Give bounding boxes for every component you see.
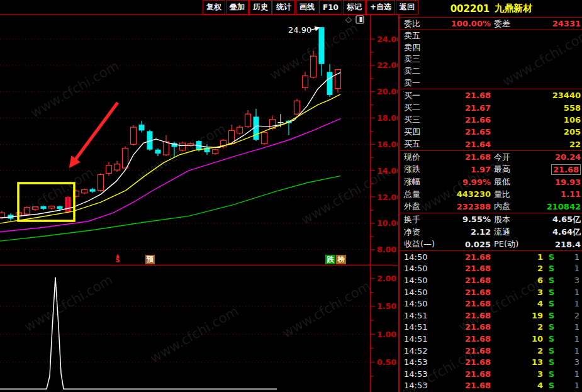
candle-up xyxy=(303,76,308,88)
toolbar-button-zixuan[interactable]: +自选 xyxy=(366,0,395,14)
info-value: 1.11 xyxy=(561,189,581,199)
info-row: 现价21.68今开20.24 xyxy=(400,151,582,164)
buy-label: 买四 xyxy=(404,126,420,138)
candle-up xyxy=(213,150,218,154)
buy-price: 21.65 xyxy=(465,127,491,137)
tick-volume: 19 xyxy=(532,311,543,320)
info-row: 总量443230量比1.11 xyxy=(400,188,582,201)
tick-time: 14:51 xyxy=(404,311,427,320)
info-value: 19.93 xyxy=(555,177,581,187)
candle-up xyxy=(294,101,300,114)
candle-down xyxy=(139,125,145,130)
toolbar-button-fanhui[interactable]: 返回 xyxy=(396,0,418,14)
info-label: 最低 xyxy=(494,176,510,188)
toolbar-button-lishi[interactable]: 历史 xyxy=(249,0,272,14)
info-label: 换手 xyxy=(404,214,420,225)
info-value: 20.24 xyxy=(555,152,581,162)
bang-marker[interactable]: 榜 xyxy=(336,255,346,264)
tick-direction: S xyxy=(549,322,554,332)
info-row: 换手9.55%股本4.65亿 xyxy=(400,213,582,226)
split-window-icon[interactable] xyxy=(355,15,364,24)
weibi-label: 委比 xyxy=(404,18,420,30)
signal-flag-label: S xyxy=(115,257,120,264)
buy-row: 买二21.67558 xyxy=(400,102,582,114)
tick-count: 1 xyxy=(574,322,579,332)
price-axis-label: 10.00 xyxy=(377,218,398,228)
tick-volume: 1 xyxy=(537,252,543,262)
tick-price: 21.68 xyxy=(465,381,491,390)
sub-chart-group xyxy=(0,277,277,389)
toolbar-button-biaoji[interactable]: 标记 xyxy=(343,0,366,14)
candle-down xyxy=(41,206,47,209)
sub-axis-label: 2.00 xyxy=(377,274,396,283)
tick-time: 14:53 xyxy=(404,381,427,390)
tick-time: 14:50 xyxy=(404,264,427,273)
info-value: 210842 xyxy=(547,202,581,211)
tick-row: 14:5121.6819S2 xyxy=(400,310,582,322)
tick-volume: 2 xyxy=(537,322,543,332)
buy-label: 买一 xyxy=(404,90,420,101)
weibi-value: 100.00% xyxy=(451,19,491,28)
toolbar-button-f10[interactable]: F10 xyxy=(319,0,342,14)
toolbar-button-huaxian[interactable]: 画线 xyxy=(296,0,318,14)
weicha-value: 24331 xyxy=(552,19,581,28)
info-value: 4.64亿 xyxy=(552,227,581,238)
die-marker[interactable]: 跌 xyxy=(325,255,335,264)
info-row: 净资2.12流通4.64亿 xyxy=(400,226,582,238)
buy-row: 买三21.66106 xyxy=(400,114,582,126)
tick-count: 1 xyxy=(574,252,579,262)
tick-price: 21.68 xyxy=(465,299,491,308)
sell-label: 卖二 xyxy=(404,65,420,77)
tick-count: 1 xyxy=(574,334,579,344)
tick-volume: 2 xyxy=(537,346,543,356)
info-label: 涨跌 xyxy=(404,164,420,175)
info-row: 涨幅9.99%最低19.93 xyxy=(400,176,582,188)
tick-volume: 4 xyxy=(537,299,543,308)
main-chart-svg[interactable]: 24.90 24.0022.0020.0018.0016.0014.0012.0… xyxy=(0,0,398,392)
info-label: 外盘 xyxy=(404,201,420,212)
tick-price: 21.68 xyxy=(465,334,491,344)
tick-direction: S xyxy=(549,311,554,320)
price-axis-label: 22.00 xyxy=(377,60,398,70)
tick-volume: 6 xyxy=(537,276,543,285)
info-label: 今开 xyxy=(494,152,510,163)
tick-direction: S xyxy=(549,299,554,308)
signal-flag-marker[interactable]: ▲ S xyxy=(113,253,122,263)
buy-price: 21.64 xyxy=(465,140,491,149)
tick-count: 1 xyxy=(574,369,579,379)
price-axis-label: 20.00 xyxy=(377,87,398,96)
sub-indicator-line xyxy=(0,277,277,389)
tick-count: 2 xyxy=(574,311,579,320)
candle-up xyxy=(311,56,316,77)
tick-direction: S xyxy=(549,357,554,367)
tick-row: 14:5021.681S1 xyxy=(400,251,582,263)
info-label: 最高 xyxy=(494,164,510,175)
sell-label: 卖五 xyxy=(404,30,420,42)
yu-marker[interactable]: 预 xyxy=(145,255,155,264)
tick-time: 14:50 xyxy=(404,299,427,308)
candle-up xyxy=(49,206,55,208)
info-value: 4.65亿 xyxy=(552,214,581,225)
sell-label: 卖四 xyxy=(404,42,420,53)
buy-label: 买三 xyxy=(404,114,420,125)
info-label: 总量 xyxy=(404,189,420,200)
candle-up xyxy=(106,165,112,174)
diamond-icon[interactable]: ◇ xyxy=(345,15,352,24)
tick-row: 14:5021.683S1 xyxy=(400,286,582,298)
app-root: 复权叠加历史统计画线F10标记+自选返回 ◇ ▲ S 预 跌 榜 24.90 2… xyxy=(0,0,582,392)
tick-price: 21.68 xyxy=(465,252,491,262)
buy-row: 买四21.65205 xyxy=(400,126,582,138)
buy-label: 买二 xyxy=(404,102,420,113)
tick-time: 14:51 xyxy=(404,334,427,344)
candle-down xyxy=(57,206,63,209)
tick-list[interactable]: 14:5021.681S114:5021.682S114:5021.686S31… xyxy=(400,251,582,392)
toolbar-button-tongji[interactable]: 统计 xyxy=(272,0,295,14)
info-value: 21.68 xyxy=(551,164,581,175)
buy-vol: 106 xyxy=(564,115,581,125)
candle-up xyxy=(98,174,104,190)
tick-direction: S xyxy=(549,334,554,344)
toolbar-button-diejia[interactable]: 叠加 xyxy=(226,0,249,14)
info-value: 0.025 xyxy=(465,240,491,249)
tick-price: 21.68 xyxy=(465,311,491,320)
toolbar-button-fuquan[interactable]: 复权 xyxy=(203,0,225,14)
